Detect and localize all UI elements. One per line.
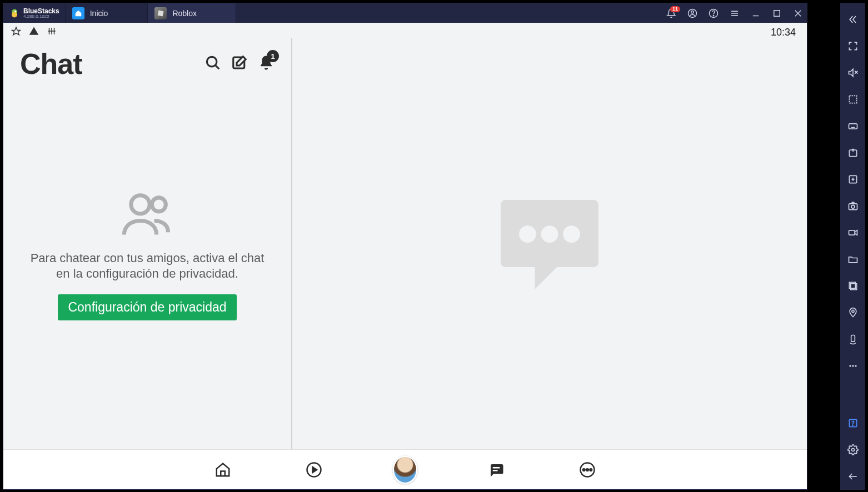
svg-point-55: [851, 310, 854, 312]
svg-rect-54: [849, 282, 855, 288]
close-button[interactable]: [792, 8, 804, 19]
nav-avatar-button[interactable]: [393, 458, 417, 482]
notifications-bell-button[interactable]: 1: [258, 54, 275, 73]
warning-icon: [29, 26, 39, 38]
svg-marker-38: [849, 69, 853, 76]
bottom-nav: [3, 449, 807, 489]
menu-button[interactable]: [729, 8, 740, 19]
speech-bubble-placeholder-icon: [488, 182, 611, 306]
svg-point-36: [586, 469, 588, 471]
lock-cursor-button[interactable]: [840, 86, 865, 113]
svg-point-1: [12, 12, 17, 17]
multi-instance-button[interactable]: [840, 273, 865, 299]
window-controls: 11: [666, 8, 804, 19]
tab-inicio[interactable]: Inicio: [65, 3, 148, 23]
svg-point-35: [583, 469, 585, 471]
tab-label: Roblox: [172, 9, 197, 18]
compose-button[interactable]: [231, 54, 248, 73]
android-status-bar: 10:34: [3, 23, 807, 38]
svg-point-20: [207, 57, 217, 67]
brand-name: BlueStacks: [23, 8, 59, 14]
nav-home-button[interactable]: [211, 458, 235, 482]
fullscreen-button[interactable]: [840, 33, 865, 59]
volume-button[interactable]: [840, 59, 865, 86]
screenshot-button[interactable]: [840, 193, 865, 219]
svg-point-23: [131, 195, 149, 214]
nav-discover-button[interactable]: [302, 458, 326, 482]
help-toolbar-button[interactable]: [840, 410, 865, 436]
svg-marker-31: [313, 467, 317, 473]
help-button[interactable]: [708, 8, 719, 19]
empty-message: Para chatear con tus amigos, activa el c…: [25, 250, 270, 281]
brand-block: BlueStacks 4.280.0.1022: [3, 3, 65, 23]
install-apk-button[interactable]: [840, 166, 865, 193]
keyboard-controls-button[interactable]: [840, 113, 865, 139]
svg-marker-15: [12, 27, 21, 35]
minimize-button[interactable]: [750, 8, 761, 19]
nav-chat-button[interactable]: [484, 458, 508, 482]
svg-point-27: [519, 225, 536, 243]
svg-rect-51: [849, 230, 855, 235]
svg-point-62: [851, 449, 854, 451]
app-frame: BlueStacks 4.280.0.1022 Inicio Roblox 1: [3, 3, 807, 490]
svg-point-28: [541, 225, 558, 243]
svg-rect-49: [849, 204, 857, 210]
svg-point-61: [852, 425, 852, 425]
svg-rect-12: [774, 10, 780, 16]
bluestacks-side-toolbar: [840, 3, 865, 490]
svg-point-2: [14, 11, 16, 12]
svg-rect-53: [850, 284, 856, 290]
main-split: Chat 1: [3, 38, 807, 449]
brand-version: 4.280.0.1022: [23, 14, 59, 19]
location-button[interactable]: [840, 299, 865, 326]
media-folder-button[interactable]: [840, 246, 865, 273]
svg-rect-3: [158, 10, 164, 16]
page-title: Chat: [20, 47, 82, 81]
svg-point-58: [852, 365, 854, 367]
account-button[interactable]: [687, 8, 698, 19]
privacy-settings-button[interactable]: Configuración de privacidad: [58, 294, 236, 320]
svg-point-24: [152, 198, 166, 212]
svg-point-7: [713, 15, 714, 16]
svg-rect-41: [849, 96, 856, 103]
chat-header: Chat 1: [3, 43, 291, 86]
notification-badge: 11: [670, 6, 680, 12]
maximize-button[interactable]: [771, 8, 782, 19]
tab-label: Inicio: [90, 9, 108, 18]
rotate-button[interactable]: [840, 326, 865, 353]
avatar-icon: [393, 456, 417, 484]
android-back-button[interactable]: [840, 463, 865, 490]
sync-button[interactable]: [840, 139, 865, 166]
svg-line-21: [216, 66, 219, 69]
titlebar: BlueStacks 4.280.0.1022 Inicio Roblox 1: [3, 3, 807, 23]
chat-list-pane: Chat 1: [3, 38, 292, 449]
roblox-tab-icon: [154, 7, 167, 19]
clock: 10:34: [771, 27, 799, 38]
svg-point-50: [851, 205, 855, 208]
notifications-button[interactable]: 11: [666, 8, 677, 19]
bluestacks-logo-icon: [9, 8, 20, 19]
collapse-sidebar-button[interactable]: [840, 6, 865, 33]
nav-more-button[interactable]: [575, 458, 600, 482]
search-button[interactable]: [204, 54, 221, 73]
empty-chat-state: Para chatear con tus amigos, activa el c…: [3, 86, 291, 320]
tab-strip: Inicio Roblox: [65, 3, 236, 23]
chat-detail-pane: [292, 38, 807, 449]
record-button[interactable]: [840, 219, 865, 246]
people-icon: [119, 186, 175, 242]
svg-marker-52: [855, 230, 857, 235]
svg-point-29: [563, 225, 580, 243]
svg-point-59: [855, 365, 856, 367]
tab-roblox[interactable]: Roblox: [147, 3, 236, 23]
svg-point-5: [691, 11, 694, 13]
status-icon-1: [11, 26, 21, 38]
svg-marker-26: [535, 265, 560, 289]
more-tools-button[interactable]: [840, 353, 865, 379]
content-area: 10:34 Chat 1: [3, 23, 807, 489]
settings-toolbar-button[interactable]: [840, 436, 865, 463]
svg-rect-33: [493, 470, 498, 471]
home-tab-icon: [72, 7, 84, 19]
bell-badge: 1: [267, 50, 279, 62]
svg-point-57: [849, 365, 851, 367]
status-icon-3: [47, 26, 57, 38]
